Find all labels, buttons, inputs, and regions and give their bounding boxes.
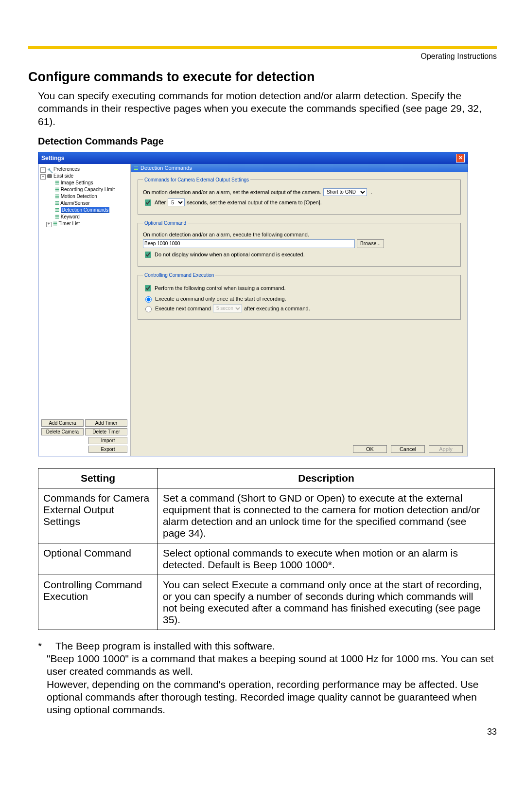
delete-timer-button[interactable]: Delete Timer xyxy=(85,428,127,435)
add-camera-button[interactable]: Add Camera xyxy=(41,419,84,427)
cancel-button[interactable]: Cancel xyxy=(391,445,425,453)
tree-item-motion-detection[interactable]: ☰ Motion Detection xyxy=(39,193,129,200)
export-button[interactable]: Export xyxy=(88,446,127,453)
group3-legend: Controlling Command Execution xyxy=(143,272,215,278)
browse-button[interactable]: Browse... xyxy=(357,239,384,248)
dialog-titlebar: Settings ✕ xyxy=(38,152,468,164)
settings-table: Setting Description Commands for Camera … xyxy=(38,468,495,630)
section-title: Configure commands to execute for detect… xyxy=(28,70,497,85)
after-checkbox[interactable] xyxy=(145,199,151,206)
intro-paragraph: You can specify executing commands for m… xyxy=(38,90,497,128)
group-controlling-execution: Controlling Command Execution Perform th… xyxy=(138,272,461,320)
ok-button[interactable]: OK xyxy=(353,445,387,453)
tree-item-keyword[interactable]: ☰ Keyword xyxy=(39,214,129,220)
apply-button[interactable]: Apply xyxy=(429,445,463,453)
command-input[interactable] xyxy=(143,239,355,248)
perform-control-label: Perform the following control when issui… xyxy=(155,285,286,291)
hide-window-label: Do not display window when an optional c… xyxy=(155,252,305,257)
footnote: *The Beep program is installed with this… xyxy=(38,640,497,717)
group-external-output: Commands for Camera External Output Sett… xyxy=(138,177,461,215)
tree-item-detection-commands[interactable]: ☰ Detection Commands xyxy=(39,207,129,214)
table-row: Controlling Command Execution You can se… xyxy=(38,575,495,630)
group-optional-command: Optional Command On motion detection and… xyxy=(138,220,461,267)
subheading: Detection Commands Page xyxy=(28,136,497,147)
tree-item-image-settings[interactable]: ☰ Image Settings xyxy=(39,180,129,186)
breadcrumb: ☰ Detection Commands xyxy=(131,164,468,172)
table-row: Optional Command Select optional command… xyxy=(38,543,495,575)
table-row: Commands for Camera External Output Sett… xyxy=(38,488,495,543)
execute-next-radio[interactable] xyxy=(145,306,152,312)
execute-next-select: 5 second xyxy=(213,305,242,312)
external-output-select[interactable]: Short to GND xyxy=(323,188,367,196)
th-setting: Setting xyxy=(38,468,158,488)
after-label: After xyxy=(155,199,166,205)
execute-once-label: Execute a command only once at the start… xyxy=(155,296,286,302)
after-seconds-select[interactable]: 5 xyxy=(168,198,185,206)
tree-item-timer-list[interactable]: +☰ Timer List xyxy=(39,220,129,227)
tree-preferences[interactable]: +🔧Preferences xyxy=(39,166,129,173)
perform-control-checkbox[interactable] xyxy=(145,285,151,291)
group1-line1: On motion detection and/or an alarm, set… xyxy=(143,189,321,195)
group2-legend: Optional Command xyxy=(143,220,188,226)
header-right: Operating Instructions xyxy=(28,52,497,61)
execute-once-radio[interactable] xyxy=(145,296,152,303)
tree-item-recording-capacity[interactable]: ☰ Recording Capacity Limit xyxy=(39,186,129,193)
add-timer-button[interactable]: Add Timer xyxy=(85,419,127,427)
dialog-title: Settings xyxy=(41,155,64,162)
import-button[interactable]: Import xyxy=(88,437,127,444)
page-number: 33 xyxy=(28,727,497,737)
delete-camera-button[interactable]: Delete Camera xyxy=(41,428,84,435)
group1-legend: Commands for Camera External Output Sett… xyxy=(143,177,250,182)
execute-next-pre: Execute next command xyxy=(155,306,211,311)
hide-window-checkbox[interactable] xyxy=(145,252,151,258)
tree-item-alarm-sensor[interactable]: ☰ Alarm/Sensor xyxy=(39,200,129,207)
group2-line1: On motion detection and/or an alarm, exe… xyxy=(143,232,309,237)
list-icon: ☰ xyxy=(134,165,139,171)
close-icon[interactable]: ✕ xyxy=(456,154,465,162)
settings-dialog: Settings ✕ +🔧Preferences −East side ☰ Im… xyxy=(38,152,468,456)
tree-eastside[interactable]: −East side xyxy=(39,173,129,180)
tree-pane: +🔧Preferences −East side ☰ Image Setting… xyxy=(38,164,131,456)
top-rule xyxy=(28,46,497,49)
group1-line2: seconds, set the external output of the … xyxy=(187,199,322,205)
execute-next-post: after executing a command. xyxy=(244,306,310,311)
th-description: Description xyxy=(158,468,495,488)
